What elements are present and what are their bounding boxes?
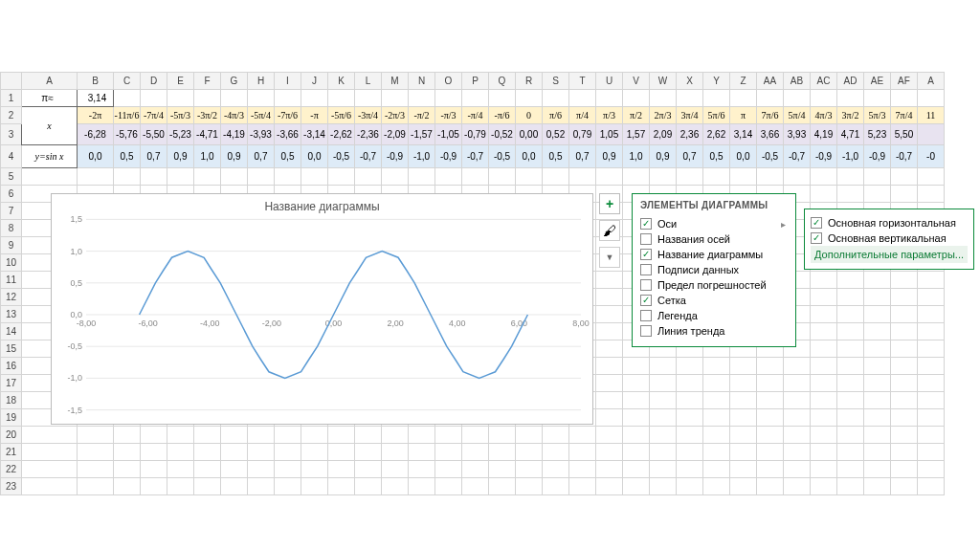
cell[interactable]	[516, 90, 543, 107]
cell[interactable]	[543, 461, 569, 478]
col-header[interactable]: H	[248, 73, 275, 90]
cell[interactable]	[409, 444, 435, 461]
col-header[interactable]: M	[382, 73, 409, 90]
y-val-cell[interactable]: -0,9	[811, 145, 837, 168]
cell[interactable]	[114, 444, 141, 461]
y-val-cell[interactable]: -0,5	[489, 145, 516, 168]
cell[interactable]	[703, 168, 730, 186]
cell[interactable]	[275, 168, 301, 186]
cell[interactable]	[703, 392, 730, 409]
row-header[interactable]: 12	[1, 289, 22, 306]
cell[interactable]	[462, 478, 489, 495]
cell[interactable]	[623, 392, 650, 409]
cell[interactable]	[784, 444, 811, 461]
chart-filter-button[interactable]: ▼	[599, 247, 620, 268]
cell[interactable]	[677, 358, 703, 375]
cell[interactable]	[355, 444, 382, 461]
cell[interactable]	[435, 427, 462, 444]
cell[interactable]	[382, 444, 409, 461]
cell[interactable]	[516, 461, 543, 478]
x-tick-cell[interactable]: -2π	[78, 107, 114, 124]
col-header[interactable]: G	[221, 73, 248, 90]
cell[interactable]	[435, 461, 462, 478]
cell[interactable]	[569, 444, 596, 461]
cell[interactable]	[837, 323, 864, 340]
cell[interactable]	[784, 358, 811, 375]
cell[interactable]	[864, 186, 891, 203]
more-options-item[interactable]: Дополнительные параметры...	[811, 246, 968, 263]
cell[interactable]	[221, 427, 248, 444]
row-header[interactable]: 4	[1, 145, 22, 168]
y-header-cell[interactable]: y=sin x	[22, 145, 78, 168]
cell[interactable]	[811, 168, 837, 186]
cell[interactable]	[811, 340, 837, 358]
cell[interactable]	[167, 444, 194, 461]
x-val-cell[interactable]: -3,93	[248, 124, 275, 145]
pi-value-cell[interactable]: 3,14	[78, 90, 114, 107]
x-tick-cell[interactable]: 4π/3	[811, 107, 837, 124]
x-tick-cell[interactable]: -π/6	[489, 107, 516, 124]
row-header[interactable]: 1	[1, 90, 22, 107]
cell[interactable]	[301, 444, 328, 461]
chart-elements-button[interactable]: +	[599, 193, 620, 214]
cell[interactable]	[328, 478, 355, 495]
col-header[interactable]: Q	[489, 73, 516, 90]
cell[interactable]	[784, 478, 811, 495]
cell[interactable]	[596, 358, 623, 375]
panel-item-5[interactable]: ✓ Сетка	[640, 293, 788, 308]
row-header[interactable]: 11	[1, 272, 22, 289]
cell[interactable]	[543, 427, 569, 444]
col-header[interactable]: D	[141, 73, 167, 90]
x-tick-cell[interactable]: 7π/4	[891, 107, 918, 124]
y-val-cell[interactable]: 0,0	[301, 145, 328, 168]
y-val-cell[interactable]: -0,7	[355, 145, 382, 168]
cell[interactable]	[489, 478, 516, 495]
x-tick-cell[interactable]: -5π/3	[167, 107, 194, 124]
col-header[interactable]: F	[194, 73, 221, 90]
x-tick-cell[interactable]: -3π/4	[355, 107, 382, 124]
chart-plot-area[interactable]: -1,5-1,0-0,50,00,51,01,5-8,00-6,00-4,00-…	[86, 219, 581, 410]
cell[interactable]	[596, 323, 623, 340]
row-header[interactable]: 13	[1, 306, 22, 323]
cell[interactable]	[837, 306, 864, 323]
cell[interactable]	[248, 168, 275, 186]
cell[interactable]	[221, 461, 248, 478]
cell[interactable]	[730, 90, 757, 107]
x-tick-cell[interactable]: 11	[918, 107, 945, 124]
cell[interactable]	[811, 444, 837, 461]
cell[interactable]	[891, 409, 918, 427]
col-header[interactable]: AB	[784, 73, 811, 90]
x-tick-cell[interactable]: π/4	[569, 107, 596, 124]
cell[interactable]	[891, 340, 918, 358]
x-val-cell[interactable]: 5,23	[864, 124, 891, 145]
submenu-item-1[interactable]: ✓ Основная вертикальная	[811, 231, 968, 246]
cell[interactable]	[837, 186, 864, 203]
cell[interactable]	[757, 478, 784, 495]
cell[interactable]	[194, 168, 221, 186]
cell[interactable]	[837, 392, 864, 409]
y-val-cell[interactable]: 0,5	[114, 145, 141, 168]
cell[interactable]	[623, 478, 650, 495]
cell[interactable]	[650, 358, 677, 375]
cell[interactable]	[918, 461, 945, 478]
cell[interactable]	[22, 168, 78, 186]
x-val-cell[interactable]: -5,23	[167, 124, 194, 145]
cell[interactable]	[837, 90, 864, 107]
cell[interactable]	[355, 168, 382, 186]
cell[interactable]	[78, 444, 114, 461]
x-val-cell[interactable]: 2,62	[703, 124, 730, 145]
cell[interactable]	[891, 461, 918, 478]
cell[interactable]	[382, 461, 409, 478]
cell[interactable]	[221, 90, 248, 107]
cell[interactable]	[623, 461, 650, 478]
cell[interactable]	[435, 168, 462, 186]
cell[interactable]	[167, 461, 194, 478]
cell[interactable]	[864, 340, 891, 358]
cell[interactable]	[837, 289, 864, 306]
cell[interactable]	[918, 306, 945, 323]
cell[interactable]	[569, 168, 596, 186]
cell[interactable]	[409, 461, 435, 478]
y-val-cell[interactable]: -0,9	[864, 145, 891, 168]
cell[interactable]	[864, 427, 891, 444]
cell[interactable]	[328, 427, 355, 444]
